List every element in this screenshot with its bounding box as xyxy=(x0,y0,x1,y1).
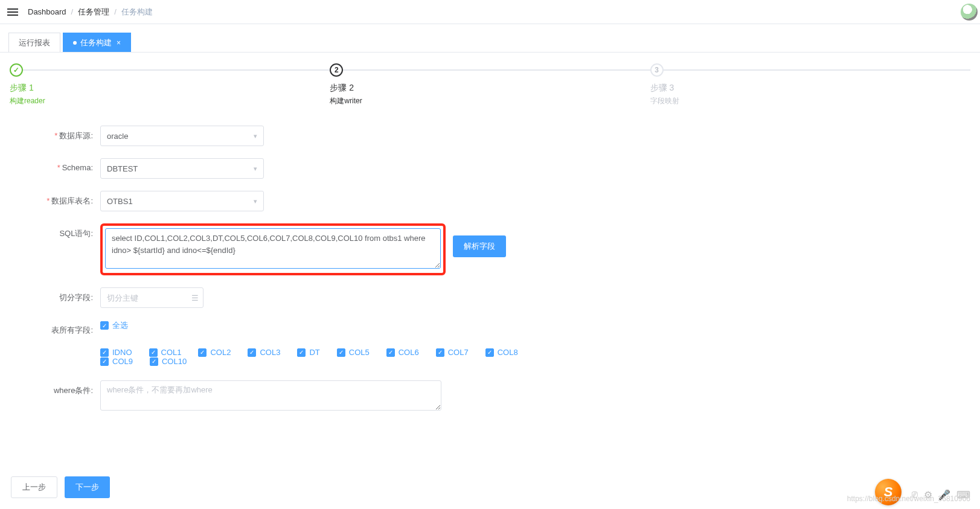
checkbox-checked-icon xyxy=(149,348,158,357)
checkbox-label: DT xyxy=(309,348,319,357)
column-checkbox[interactable]: COL9 xyxy=(100,357,133,366)
step-check-icon xyxy=(10,63,23,77)
step-subtitle: 字段映射 xyxy=(650,96,970,106)
sql-label: SQL语句: xyxy=(10,223,100,239)
tab-active-dot-icon xyxy=(73,41,77,45)
step-3: 3 步骤 3 字段映射 xyxy=(650,63,970,106)
checkbox-checked-icon xyxy=(100,348,109,357)
checkbox-checked-icon xyxy=(198,348,207,357)
checkbox-label: COL9 xyxy=(112,357,133,366)
column-checkbox[interactable]: COL7 xyxy=(436,348,469,357)
checkbox-checked-icon xyxy=(386,348,395,357)
select-value: oracle xyxy=(107,132,128,141)
column-checkbox[interactable]: COL3 xyxy=(248,348,280,357)
checkbox-label: COL2 xyxy=(210,348,231,357)
table-label: *数据库表名: xyxy=(10,191,100,206)
datasource-label: *数据库源: xyxy=(10,126,100,141)
schema-select[interactable]: DBTEST ▾ xyxy=(100,158,264,179)
step-subtitle: 构建reader xyxy=(10,96,330,106)
checkbox-label: COL7 xyxy=(448,348,469,357)
step-title: 步骤 3 xyxy=(650,83,970,94)
next-step-button[interactable]: 下一步 xyxy=(65,476,110,477)
select-value: DBTEST xyxy=(107,164,138,173)
breadcrumb-sep: / xyxy=(71,7,74,16)
allcols-label: 表所有字段: xyxy=(10,320,100,336)
chevron-down-icon: ▾ xyxy=(254,165,257,173)
list-icon[interactable]: ☰ xyxy=(191,293,199,303)
column-checkbox[interactable]: COL10 xyxy=(150,357,187,366)
prev-step-button[interactable]: 上一步 xyxy=(11,476,57,477)
checkbox-label: IDNO xyxy=(112,348,132,357)
stepper: 步骤 1 构建reader 2 步骤 2 构建writer 3 步骤 3 字段映… xyxy=(10,63,970,106)
breadcrumb-sep: / xyxy=(114,7,117,16)
breadcrumb-item[interactable]: 任务管理 xyxy=(78,7,109,18)
parse-fields-button[interactable]: 解析字段 xyxy=(453,235,506,257)
step-title: 步骤 1 xyxy=(10,83,330,94)
tab-task-build[interactable]: 任务构建 × xyxy=(63,33,131,52)
step-number-icon: 2 xyxy=(330,63,343,77)
datasource-select[interactable]: oracle ▾ xyxy=(100,126,264,146)
checkbox-checked-icon xyxy=(436,348,444,357)
close-icon[interactable]: × xyxy=(117,39,121,47)
split-label: 切分字段: xyxy=(10,287,100,303)
tab-run-report[interactable]: 运行报表 xyxy=(8,33,60,52)
column-checkbox[interactable]: IDNO xyxy=(100,348,132,357)
tab-label: 运行报表 xyxy=(19,37,50,48)
checkbox-label: COL5 xyxy=(349,348,370,357)
where-textarea[interactable] xyxy=(100,380,441,411)
split-key-input[interactable] xyxy=(100,287,203,308)
where-label: where条件: xyxy=(10,380,100,396)
avatar[interactable] xyxy=(961,4,978,21)
select-all-checkbox[interactable]: 全选 xyxy=(100,320,128,331)
step-2: 2 步骤 2 构建writer xyxy=(330,63,650,106)
table-select[interactable]: OTBS1 ▾ xyxy=(100,191,264,211)
column-checkbox[interactable]: COL8 xyxy=(485,348,518,357)
breadcrumb: Dashboard / 任务管理 / 任务构建 xyxy=(28,7,153,18)
checkbox-checked-icon xyxy=(150,357,158,366)
checkbox-label: 全选 xyxy=(112,320,128,331)
sql-textarea[interactable] xyxy=(105,228,441,269)
checkbox-label: COL10 xyxy=(162,357,187,366)
column-list: IDNOCOL1COL2COL3DTCOL5COL6COL7COL8COL9CO… xyxy=(10,348,553,366)
chevron-down-icon: ▾ xyxy=(254,197,257,205)
step-number-icon: 3 xyxy=(650,63,664,77)
column-checkbox[interactable]: COL6 xyxy=(386,348,419,357)
sql-highlight-frame xyxy=(100,223,446,275)
column-checkbox[interactable]: COL2 xyxy=(198,348,231,357)
select-value: OTBS1 xyxy=(107,197,133,206)
checkbox-checked-icon xyxy=(297,348,306,357)
schema-label: *Schema: xyxy=(10,158,100,172)
checkbox-checked-icon xyxy=(100,357,109,366)
menu-toggle-icon[interactable] xyxy=(7,7,18,18)
checkbox-checked-icon xyxy=(248,348,256,357)
breadcrumb-item[interactable]: Dashboard xyxy=(28,7,66,16)
chevron-down-icon: ▾ xyxy=(254,132,257,140)
checkbox-label: COL8 xyxy=(498,348,518,357)
checkbox-label: COL1 xyxy=(161,348,182,357)
tab-label: 任务构建 xyxy=(80,37,112,48)
checkbox-checked-icon xyxy=(337,348,345,357)
checkbox-label: COL6 xyxy=(399,348,419,357)
checkbox-checked-icon xyxy=(100,321,109,330)
step-subtitle: 构建writer xyxy=(330,96,650,106)
step-1: 步骤 1 构建reader xyxy=(10,63,330,106)
column-checkbox[interactable]: COL5 xyxy=(337,348,370,357)
column-checkbox[interactable]: DT xyxy=(297,348,319,357)
breadcrumb-item-current: 任务构建 xyxy=(121,7,153,18)
column-checkbox[interactable]: COL1 xyxy=(149,348,182,357)
checkbox-checked-icon xyxy=(485,348,494,357)
step-title: 步骤 2 xyxy=(330,83,650,94)
checkbox-label: COL3 xyxy=(260,348,280,357)
